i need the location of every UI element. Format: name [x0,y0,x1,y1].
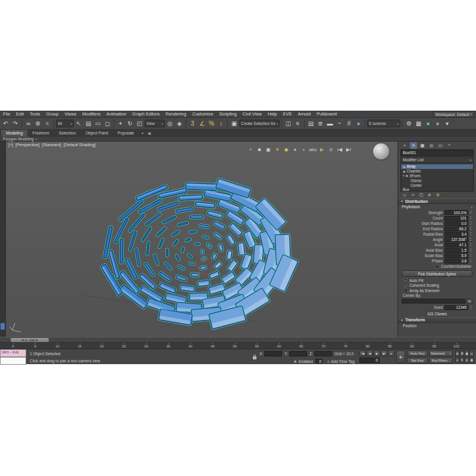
frame-number[interactable]: 50 [233,345,237,348]
spinner-icon[interactable]: ▴▾ [470,243,471,247]
array-clone-plate[interactable] [146,241,151,256]
configure-modifier-sets-icon[interactable]: ⚙ [435,192,441,198]
menu-item-graph-editors[interactable]: Graph Editors [129,111,162,117]
param-field-axial-bias[interactable]: 1.5 [444,248,468,253]
set-key-button[interactable]: Set Key [407,358,428,364]
modifier-list-dropdown[interactable]: Modifier List ▾ [400,156,474,163]
current-frame-field[interactable]: 0 [359,358,380,363]
spinner-down-icon[interactable]: ▾ [470,224,471,226]
visibility-eye-icon[interactable]: ◉ [406,174,408,177]
frame-number[interactable]: 25 [122,345,126,348]
param-field-radial-bias[interactable]: 3.4 [444,232,468,237]
rendered-frame-window-icon[interactable]: ▦ [414,119,423,129]
ribbon-toggle-icon[interactable]: ▬ [325,119,334,129]
spinner-down-icon[interactable]: ▾ [470,229,471,231]
selection-lock-icon[interactable] [252,354,257,361]
checkbox-icon[interactable]: ✓ [404,278,408,282]
hierarchy-tab-icon[interactable]: ▣ [419,142,426,149]
zoom-icon[interactable]: ⊕ [455,350,459,356]
align-icon[interactable]: ≡ [293,119,302,129]
fov-icon[interactable]: ◎ [465,357,469,363]
track-bar[interactable]: 0510152025303540455055606570758085909510… [0,342,476,349]
project-path-field[interactable]: E:\scenes▾ [367,120,400,127]
key-selection-dropdown[interactable]: Selected ▾ [429,350,453,356]
checkbox-icon[interactable]: ✓ [404,284,408,287]
spinner-down-icon[interactable]: ▾ [470,250,471,253]
option-coherent-scaling[interactable]: ✓Coherent Scaling [398,283,476,289]
use-pivot-point-icon[interactable]: ◎ [165,119,174,129]
render-production-icon[interactable]: ● [424,119,433,129]
frame-number[interactable]: 70 [321,345,325,348]
frame-number[interactable]: 85 [388,345,392,348]
angle-snap-icon[interactable]: ∠ [198,119,206,129]
select-and-move-icon[interactable]: + [116,119,125,129]
modifier-stack-item-xform[interactable]: ▾◉XForm [401,174,473,178]
remove-modifier-icon[interactable]: ⊘ [427,192,433,198]
array-clone-plate[interactable] [190,215,204,219]
orbit-icon[interactable]: ↻ [460,357,464,363]
show-end-result-icon[interactable]: ≡ [410,192,416,198]
menu-item-animation[interactable]: Animation [104,111,129,117]
modify-tab-icon[interactable]: ≈ [410,142,417,149]
viewport-layout-tabs[interactable] [0,142,6,337]
next-frame-icon[interactable]: ▶I [345,146,352,153]
array-clone-plate[interactable] [172,239,179,247]
pan-hand-icon[interactable]: + [247,146,254,153]
checkbox-icon[interactable] [404,289,408,292]
param-field-angle[interactable]: 137.508° [444,237,468,242]
array-clone-plate[interactable] [226,249,233,260]
spinner-icon[interactable]: ▴▾ [470,259,471,263]
render-setup-icon[interactable]: ⚙ [405,119,414,129]
spinner-icon[interactable]: ▴▾ [470,305,471,309]
distribution-method-dropdown[interactable]: Phyllotaxis ▾ [398,204,476,209]
ribbon-tab-modeling[interactable]: Modeling [1,130,27,137]
material-editor-icon[interactable]: ● [354,119,363,129]
edit-named-selection-sets-icon[interactable]: ▣ [230,119,239,129]
distribution-rollout-header[interactable]: ▼ Distribution [398,198,476,204]
play-button[interactable]: ▶ [374,350,380,356]
snap-toggle-3d-icon[interactable]: 3 [188,119,197,129]
spinner-snap-icon[interactable]: ↕ [217,119,226,129]
array-clone-plate[interactable] [212,220,226,230]
array-clone-plate[interactable] [153,253,159,266]
expand-arrow-icon[interactable]: ▾ [403,174,405,177]
add-time-tag[interactable]: ⊞ Add Time Tag [327,359,355,364]
viewport-label-1[interactable]: [Perspective] [15,143,39,147]
spinner-icon[interactable]: ▴▾ [470,232,471,236]
utilities-tab-icon[interactable]: * [446,142,453,149]
param-field-scale-bias[interactable]: 5.9 [444,253,468,258]
perspective-viewport[interactable]: [+][Perspective][Standard][Default Shadi… [6,142,397,337]
menu-item-eve[interactable]: EVE [280,111,295,117]
teapot-render-icon[interactable]: ● [292,146,299,153]
select-object-icon[interactable]: ↖ [74,119,83,129]
array-clone-plate[interactable] [120,238,124,264]
array-clone-plate[interactable] [226,234,236,246]
bind-to-space-warp-icon[interactable]: ≈ [43,119,52,129]
zoom-region-icon[interactable]: ▭ [469,350,474,356]
menu-item-rendering[interactable]: Rendering [162,111,189,117]
motion-tab-icon[interactable]: ◎ [428,142,435,149]
create-tab-icon[interactable]: + [401,142,408,149]
array-clone-plate[interactable] [185,182,218,192]
spinner-icon[interactable]: ▴▾ [470,211,471,215]
x-coordinate-field[interactable] [264,351,282,356]
menu-item-edit[interactable]: Edit [13,111,27,117]
strength-input[interactable]: 100.0% [444,210,468,215]
sun-light-icon[interactable]: ☀ [274,146,281,153]
menu-item-pulldownit[interactable]: Pulldownit [314,111,340,117]
ribbon-tab-selection[interactable]: Selection [54,130,81,137]
frame-number[interactable]: 10 [55,345,60,348]
frame-number[interactable]: 75 [343,345,347,348]
viewcube[interactable] [373,143,389,159]
menu-item-group[interactable]: Group [43,111,62,117]
viewport-label-2[interactable]: [Standard] [42,143,61,147]
slider-right-arrow-icon[interactable]: ▶ [36,339,37,342]
array-clone-plate[interactable] [184,237,192,242]
viewport-label-0[interactable]: [+] [8,143,13,147]
array-clone-plate[interactable] [180,284,196,293]
frame-number[interactable]: 0 [12,345,14,348]
frame-number[interactable]: 35 [166,345,170,348]
menu-item-help[interactable]: Help [265,111,280,117]
spinner-down-icon[interactable]: ▾ [470,245,471,248]
viewport-layout-active-tab[interactable] [1,323,5,330]
